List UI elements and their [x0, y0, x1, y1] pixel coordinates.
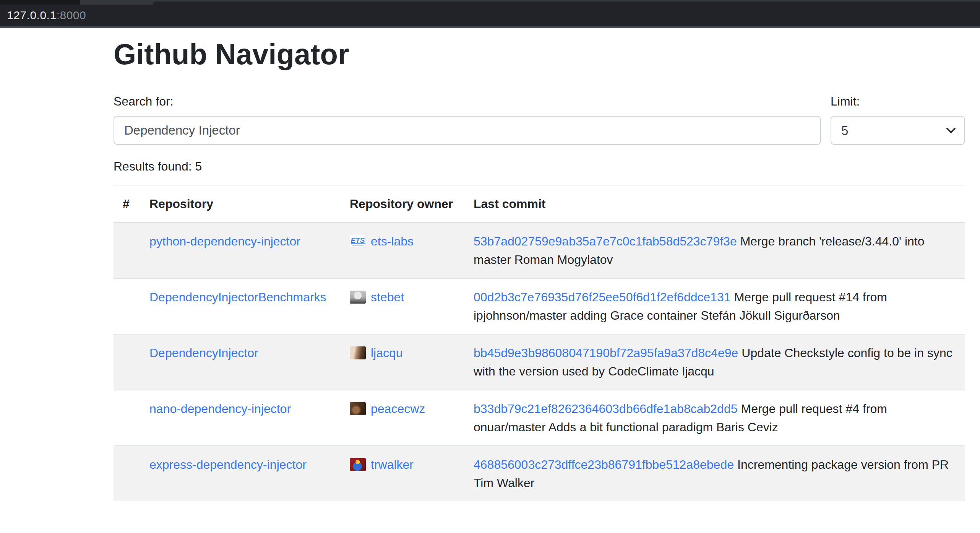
cat-photo [350, 346, 366, 359]
owner-cell: ETS ets-labs [341, 223, 464, 278]
owner-wrap: stebet [350, 288, 455, 306]
table-row: express-dependency-injector trwalker 468… [114, 446, 965, 501]
commit-link[interactable]: bb45d9e3b98608047190bf72a95fa9a37d8c4e9e [474, 346, 738, 360]
portrait-photo [350, 402, 366, 415]
repo-cell: express-dependency-injector [140, 446, 341, 501]
browser-chrome: 127.0.0.1:8000 [0, 0, 980, 28]
page-title: Github Navigator [114, 37, 965, 72]
search-label: Search for: [114, 92, 821, 110]
table-row: DependencyInjectorBenchmarks stebet 00d2… [114, 278, 965, 334]
page-content: Github Navigator Search for: Limit: 5 Re… [114, 37, 965, 501]
row-number-cell [114, 223, 140, 278]
owner-link[interactable]: stebet [371, 288, 404, 306]
url-text[interactable]: 127.0.0.1:8000 [7, 9, 86, 22]
results-table: # Repository Repository owner Last commi… [114, 185, 965, 501]
owner-wrap: trwalker [350, 455, 455, 474]
commit-cell: bb45d9e3b98608047190bf72a95fa9a37d8c4e9e… [464, 334, 965, 390]
search-group: Search for: [114, 92, 821, 145]
owner-cell: trwalker [341, 446, 464, 501]
row-number-cell [114, 278, 140, 334]
search-input[interactable] [114, 116, 821, 145]
repo-link[interactable]: DependencyInjector [149, 346, 258, 360]
repo-link[interactable]: DependencyInjectorBenchmarks [149, 290, 326, 304]
owner-wrap: peacecwz [350, 400, 455, 418]
table-row: python-dependency-injector ETS ets-labs … [114, 223, 965, 278]
owner-link[interactable]: trwalker [371, 455, 414, 474]
owner-wrap: ETS ets-labs [350, 232, 455, 250]
repo-cell: python-dependency-injector [140, 223, 341, 278]
lego-astronaut-photo [350, 458, 366, 471]
search-form: Search for: Limit: 5 [114, 92, 965, 145]
table-row: DependencyInjector ljacqu bb45d9e3b98608… [114, 334, 965, 390]
owner-wrap: ljacqu [350, 344, 455, 362]
table-header-row: # Repository Repository owner Last commi… [114, 185, 965, 223]
results-summary: Results found: 5 [114, 157, 965, 176]
repo-link[interactable]: python-dependency-injector [149, 234, 300, 248]
browser-tab-edge [153, 2, 980, 5]
limit-select-wrap: 5 [831, 116, 965, 145]
row-number-cell [114, 390, 140, 446]
url-host: 127.0.0.1 [7, 9, 57, 21]
window-corner [0, 0, 80, 5]
ets-labs-logo: ETS [350, 235, 366, 248]
repo-link[interactable]: express-dependency-injector [149, 458, 307, 471]
avatar-logo-text: ETS [351, 237, 365, 244]
limit-group: Limit: 5 [831, 92, 965, 145]
commit-link[interactable]: b33db79c21ef8262364603db66dfe1ab8cab2dd5 [474, 402, 737, 416]
commit-cell: 468856003c273dffce23b86791fbbe512a8ebede… [464, 446, 965, 501]
repo-cell: DependencyInjector [140, 334, 341, 390]
repo-cell: nano-dependency-injector [140, 390, 341, 446]
browser-address-bar[interactable]: 127.0.0.1:8000 [0, 5, 980, 26]
limit-select[interactable]: 5 [831, 116, 965, 145]
url-port: :8000 [57, 9, 86, 21]
header-last-commit: Last commit [464, 185, 965, 223]
commit-link[interactable]: 00d2b3c7e76935d76f25ee50f6d1f2ef6ddce131 [474, 290, 731, 304]
grayscale-portrait-photo [350, 291, 366, 304]
header-owner: Repository owner [341, 185, 464, 223]
owner-cell: stebet [341, 278, 464, 334]
commit-link[interactable]: 468856003c273dffce23b86791fbbe512a8ebede [474, 458, 734, 471]
owner-cell: peacecwz [341, 390, 464, 446]
browser-tab-strip [0, 0, 980, 5]
repo-link[interactable]: nano-dependency-injector [149, 402, 291, 416]
browser-chrome-divider [0, 26, 980, 28]
commit-cell: b33db79c21ef8262364603db66dfe1ab8cab2dd5… [464, 390, 965, 446]
repo-cell: DependencyInjectorBenchmarks [140, 278, 341, 334]
commit-cell: 53b7ad02759e9ab35a7e7c0c1fab58d523c79f3e… [464, 223, 965, 278]
commit-cell: 00d2b3c7e76935d76f25ee50f6d1f2ef6ddce131… [464, 278, 965, 334]
limit-label: Limit: [831, 92, 965, 110]
table-row: nano-dependency-injector peacecwz b33db7… [114, 390, 965, 446]
owner-cell: ljacqu [341, 334, 464, 390]
commit-link[interactable]: 53b7ad02759e9ab35a7e7c0c1fab58d523c79f3e [474, 234, 737, 248]
header-number: # [114, 185, 140, 223]
owner-link[interactable]: ets-labs [371, 232, 414, 250]
owner-link[interactable]: ljacqu [371, 344, 403, 362]
owner-link[interactable]: peacecwz [371, 400, 425, 418]
header-repository: Repository [140, 185, 341, 223]
row-number-cell [114, 334, 140, 390]
row-number-cell [114, 446, 140, 501]
